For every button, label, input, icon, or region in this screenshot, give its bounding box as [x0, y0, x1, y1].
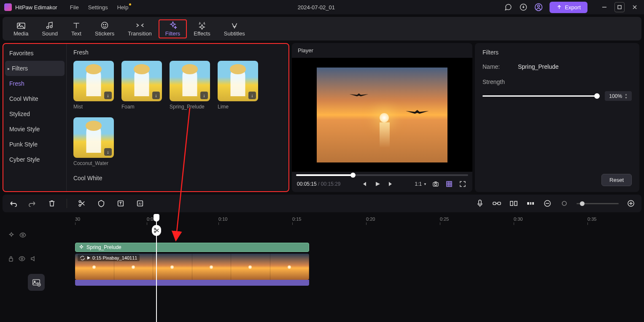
filter-foam[interactable]: ↓Foam [121, 61, 162, 110]
tab-media[interactable]: Media [7, 19, 35, 38]
aspect-ratio-selector[interactable]: 1:1▼ [415, 181, 427, 187]
category-movie-style[interactable]: Movie Style [3, 122, 66, 137]
svg-point-13 [105, 24, 106, 25]
category-fresh[interactable]: Fresh [3, 76, 66, 91]
ai-button[interactable]: AI [135, 199, 145, 208]
align-button[interactable] [526, 199, 535, 208]
zoom-in-button[interactable] [626, 199, 636, 208]
filter-coconut-water[interactable]: ↓Coconut_Water [73, 117, 114, 166]
tab-transition[interactable]: Transition [121, 19, 159, 38]
playhead[interactable] [156, 215, 157, 322]
svg-rect-32 [527, 202, 529, 205]
tab-text[interactable]: Text [65, 19, 88, 38]
svg-rect-30 [510, 201, 513, 206]
svg-text:AI: AI [139, 202, 142, 206]
download-icon[interactable]: ↓ [248, 92, 256, 99]
sound-icon [45, 21, 55, 30]
strength-slider[interactable] [482, 95, 600, 97]
name-label: Name: [482, 63, 508, 70]
menu-file[interactable]: File [70, 4, 79, 11]
tab-effects[interactable]: Effects [187, 19, 217, 38]
svg-point-2 [538, 5, 540, 7]
download-icon[interactable]: ↓ [200, 92, 208, 99]
text-tool-button[interactable] [116, 199, 125, 208]
filter-spring-prelude[interactable]: ↓Spring_Prelude [170, 61, 210, 110]
svg-point-10 [50, 25, 52, 27]
delete-button[interactable] [47, 199, 57, 208]
audio-clip[interactable] [75, 280, 309, 286]
filter-clip[interactable]: Spring_Prelude [75, 243, 309, 252]
prev-frame-button[interactable] [359, 179, 369, 189]
svg-point-15 [434, 183, 437, 185]
stepper-icon[interactable]: ▲▼ [625, 93, 628, 99]
download-icon[interactable] [519, 3, 528, 11]
svg-point-43 [21, 258, 23, 260]
category-cyber-style[interactable]: Cyber Style [3, 152, 66, 167]
menu-settings[interactable]: Settings [88, 4, 108, 11]
filters-panel: Favorites Filters Fresh Cool White Styli… [3, 43, 289, 192]
transition-icon [135, 21, 145, 30]
player-title: Player [292, 43, 472, 58]
export-button[interactable]: Export [550, 2, 587, 13]
timeline-toolbar: AI [3, 195, 641, 212]
marker-button[interactable] [97, 199, 106, 208]
svg-rect-16 [447, 181, 452, 187]
strength-label: Strength [482, 78, 508, 85]
player-panel: Player 00:05:15 / 00:15:29 1:1▼ [292, 43, 472, 192]
tool-tabs: Media Sound Text Stickers Transition Fil… [3, 17, 641, 41]
undo-button[interactable] [8, 199, 18, 208]
strength-value[interactable]: 100%▲▼ [605, 91, 632, 101]
zoom-out-small[interactable] [560, 199, 569, 208]
svg-rect-31 [515, 201, 517, 206]
category-favorites[interactable]: Favorites [3, 46, 66, 61]
svg-rect-28 [498, 202, 501, 205]
snapshot-button[interactable] [431, 179, 440, 189]
svg-point-47 [154, 228, 156, 230]
timeline-ruler[interactable]: 30 0:05 0:10 0:15 0:20 0:25 0:30 0:35 [50, 215, 641, 226]
window-maximize[interactable] [614, 2, 625, 12]
player-scrubber[interactable] [296, 174, 468, 176]
scissors-icon[interactable] [152, 225, 161, 236]
menu-help[interactable]: Help [117, 4, 129, 11]
grid-button[interactable] [445, 179, 454, 189]
download-icon[interactable]: ↓ [152, 92, 160, 99]
player-viewport[interactable] [292, 58, 472, 172]
mute-icon[interactable] [30, 256, 36, 261]
zoom-out-button[interactable] [543, 199, 552, 208]
media-icon [16, 21, 26, 30]
timeline: 30 0:05 0:10 0:15 0:20 0:25 0:30 0:35 Sp… [0, 215, 644, 293]
split-button[interactable] [77, 199, 86, 208]
account-icon[interactable] [534, 3, 543, 11]
next-frame-button[interactable] [386, 179, 396, 189]
play-icon [86, 256, 91, 260]
filter-mist[interactable]: ↓Mist [73, 61, 114, 110]
window-minimize[interactable] [599, 2, 609, 12]
download-icon[interactable]: ↓ [104, 148, 112, 156]
effects-track-icon[interactable] [8, 232, 14, 238]
redo-button[interactable] [28, 199, 37, 208]
tab-sound[interactable]: Sound [35, 19, 65, 38]
filter-lime[interactable]: ↓Lime [218, 61, 258, 110]
timeline-tracks-area[interactable]: 30 0:05 0:10 0:15 0:20 0:25 0:30 0:35 Sp… [50, 215, 641, 291]
play-button[interactable] [373, 179, 382, 189]
add-media-button[interactable] [28, 274, 45, 291]
window-close[interactable] [630, 2, 640, 12]
fullscreen-button[interactable] [458, 179, 467, 189]
tab-subtitles[interactable]: Subtitles [217, 19, 252, 38]
tab-stickers[interactable]: Stickers [88, 19, 121, 38]
lock-icon[interactable] [8, 256, 13, 262]
category-cool-white[interactable]: Cool White [3, 91, 66, 106]
link-button[interactable] [492, 199, 501, 208]
category-filters[interactable]: Filters [5, 61, 65, 76]
reset-button[interactable]: Reset [601, 174, 632, 186]
feedback-icon[interactable] [504, 3, 512, 11]
visibility-icon[interactable] [19, 233, 26, 238]
visibility-icon[interactable] [19, 256, 25, 261]
tab-filters[interactable]: Filters [159, 19, 187, 38]
download-icon[interactable]: ↓ [104, 92, 112, 99]
category-punk-style[interactable]: Punk Style [3, 137, 66, 152]
category-stylized[interactable]: Stylized [3, 106, 66, 122]
zoom-slider[interactable] [577, 203, 619, 204]
mic-button[interactable] [475, 199, 485, 208]
crop-button[interactable] [509, 199, 518, 208]
